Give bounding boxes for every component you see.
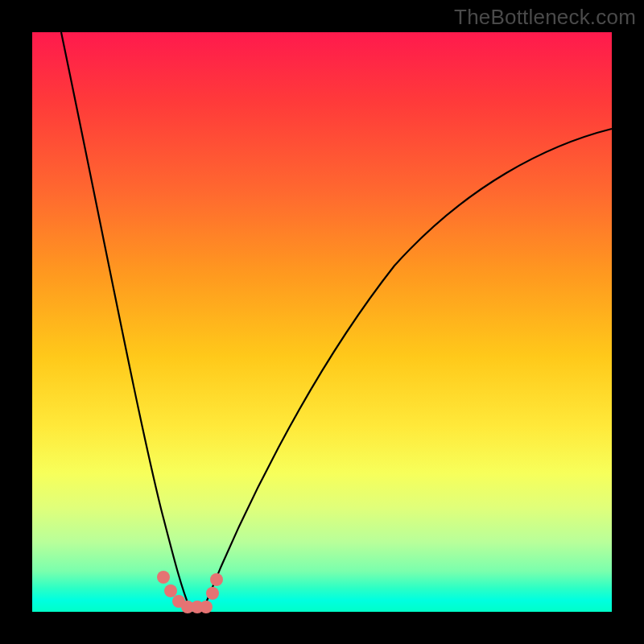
dot	[157, 571, 170, 584]
chart-frame: TheBottleneck.com	[0, 0, 644, 644]
highlight-dots	[157, 571, 223, 613]
watermark-text: TheBottleneck.com	[454, 5, 636, 30]
dot	[200, 601, 213, 613]
plot-area	[32, 32, 612, 612]
dot	[164, 584, 177, 597]
curve-left-branch	[61, 32, 190, 609]
curve-right-branch	[204, 129, 612, 609]
bottleneck-curve	[32, 32, 612, 612]
dot	[206, 587, 219, 600]
dot	[210, 573, 223, 586]
